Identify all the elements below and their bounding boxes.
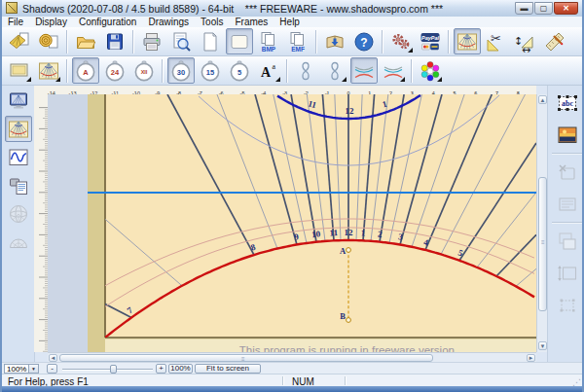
background-dial-button[interactable] bbox=[35, 57, 62, 84]
toolbar-separator bbox=[162, 59, 164, 83]
zoom-slider-thumb[interactable] bbox=[110, 365, 117, 374]
cut-out-dial-button[interactable]: ✂ bbox=[483, 28, 510, 54]
save-button[interactable] bbox=[101, 28, 128, 54]
export-bmp-button[interactable]: BMP bbox=[255, 28, 282, 54]
scroll-left-button[interactable]: ◄ bbox=[49, 354, 57, 362]
hscroll-thumb[interactable]: ≡ bbox=[59, 354, 433, 362]
svg-text:XII: XII bbox=[141, 68, 148, 74]
open-button[interactable] bbox=[72, 28, 99, 54]
frame-properties-button bbox=[553, 190, 582, 219]
zoom-in-button[interactable]: + bbox=[156, 364, 166, 374]
declination-lines-button[interactable] bbox=[350, 57, 378, 84]
chevron-down-icon[interactable]: ▼ bbox=[28, 365, 38, 373]
zoom-select[interactable]: 100%▼ bbox=[4, 364, 39, 374]
new-sundial-button[interactable] bbox=[6, 28, 33, 54]
insert-text-frame-button[interactable]: abc bbox=[553, 89, 582, 118]
ruler-pen-icon bbox=[544, 31, 566, 53]
print-preview-button[interactable] bbox=[167, 28, 195, 54]
style-point-b-label: B bbox=[340, 311, 346, 321]
minimize-button[interactable]: ▬ bbox=[515, 2, 533, 15]
declination-options-button[interactable] bbox=[380, 57, 407, 84]
toolbar-separator bbox=[382, 30, 383, 53]
menu-drawings[interactable]: Drawings bbox=[142, 17, 195, 27]
hour-label: 12 bbox=[345, 228, 354, 237]
menu-display[interactable]: Display bbox=[29, 17, 73, 27]
toolbar-separator bbox=[66, 59, 68, 83]
user-manual-button[interactable] bbox=[321, 28, 348, 54]
frames-panel: abc bbox=[547, 86, 584, 362]
vertical-scrollbar[interactable]: ▲ ≡ ▼ bbox=[536, 94, 547, 352]
dial-page-icon bbox=[9, 31, 30, 53]
export-emf-button[interactable]: EMF bbox=[284, 28, 311, 54]
view-panel bbox=[2, 86, 35, 362]
scroll-down-button[interactable]: ▼ bbox=[538, 341, 547, 350]
new-dial-wizard-button[interactable] bbox=[35, 28, 62, 54]
zoom-100-button[interactable]: 100% bbox=[168, 364, 193, 374]
frame-position-button bbox=[553, 291, 582, 320]
preferences-button[interactable] bbox=[387, 28, 415, 54]
svg-text:24: 24 bbox=[111, 67, 120, 76]
close-button[interactable]: ✕ bbox=[554, 2, 578, 15]
font-button[interactable]: A a bbox=[255, 57, 282, 84]
dropdown-corner-arrow-icon bbox=[26, 77, 31, 82]
view-graphs-button[interactable] bbox=[5, 144, 32, 170]
window-border bbox=[2, 386, 582, 392]
clock-icon: XII bbox=[133, 60, 155, 82]
donate-paypal-button[interactable]: PayPal bbox=[417, 28, 444, 54]
hour-label: 10 bbox=[311, 229, 321, 239]
dropdown-corner-arrow-icon bbox=[342, 77, 347, 82]
dropdown-corner-arrow-icon bbox=[437, 77, 442, 82]
analemma-options-button[interactable] bbox=[321, 57, 348, 84]
hour-style-24-button[interactable]: 24 bbox=[101, 57, 128, 84]
scroll-right-button[interactable]: ► bbox=[527, 354, 535, 362]
print-button[interactable] bbox=[138, 28, 165, 54]
copy-page-button[interactable] bbox=[197, 28, 224, 54]
menu-configuration[interactable]: Configuration bbox=[73, 17, 142, 27]
scroll-up-button[interactable]: ▲ bbox=[538, 95, 547, 104]
dial-dimensions-button[interactable]: ↕ ↔ bbox=[512, 28, 539, 54]
zoom-slider-track[interactable] bbox=[62, 369, 153, 371]
view-screen-button[interactable] bbox=[5, 88, 32, 114]
style-point-a-label: A bbox=[340, 246, 347, 256]
horizontal-scrollbar[interactable]: ◄ ≡ ► bbox=[48, 352, 536, 362]
toolbar-separator bbox=[448, 30, 450, 53]
folder-icon bbox=[75, 31, 96, 53]
hour-style-roman-button[interactable]: XII bbox=[130, 57, 158, 84]
duplicate-frame-button bbox=[553, 227, 582, 256]
view-report-button[interactable] bbox=[5, 172, 32, 198]
analemma-button[interactable] bbox=[292, 57, 319, 84]
view-sphere-button bbox=[5, 200, 32, 227]
freeware-banner-text: This program is running in freeware vers… bbox=[239, 344, 457, 352]
copy-outline-button[interactable] bbox=[226, 28, 253, 54]
svg-text:BMP: BMP bbox=[262, 46, 276, 53]
interval-30-button[interactable]: 30 bbox=[167, 57, 195, 84]
dial-canvas[interactable]: 7891011121234511121ABThis program is run… bbox=[48, 94, 536, 352]
clock-icon: 5 bbox=[229, 60, 250, 82]
insert-image-frame-button[interactable] bbox=[553, 121, 582, 150]
toolbar-main: BMP EMF ? PayPal ✂ ↕ ↔ bbox=[2, 27, 582, 56]
hour-style-arabic-button[interactable]: A bbox=[72, 57, 99, 84]
paypal-icon: PayPal bbox=[420, 31, 441, 53]
menu-tools[interactable]: Tools bbox=[195, 17, 229, 27]
interval-5-button[interactable]: 5 bbox=[226, 57, 253, 84]
style-drawing-button[interactable] bbox=[541, 28, 568, 54]
toolbar-separator bbox=[411, 59, 413, 83]
view-dial-drawing-button[interactable] bbox=[5, 116, 32, 142]
colors-button[interactable] bbox=[417, 57, 444, 84]
menu-frames[interactable]: Frames bbox=[229, 17, 274, 27]
background-color-button[interactable] bbox=[6, 57, 33, 84]
vscroll-thumb[interactable]: ≡ bbox=[538, 177, 547, 311]
toolbar-separator bbox=[132, 30, 134, 53]
hour-label: 12 bbox=[345, 106, 354, 116]
dial-drawing-view-button[interactable] bbox=[454, 28, 481, 54]
interval-15-button[interactable]: 15 bbox=[197, 57, 224, 84]
toolbar-separator bbox=[66, 30, 68, 53]
menu-help[interactable]: Help bbox=[274, 17, 306, 27]
window-title: Shadows (2020-07-08 / 4.5 build 8589) - … bbox=[22, 3, 443, 15]
help-button[interactable]: ? bbox=[350, 28, 378, 54]
zoom-out-button[interactable]: - bbox=[47, 364, 57, 374]
fit-to-screen-button[interactable]: Fit to screen bbox=[195, 364, 261, 374]
maximize-button[interactable]: ▢ bbox=[534, 2, 553, 15]
menu-file[interactable]: File bbox=[2, 17, 29, 27]
svg-text:30: 30 bbox=[177, 67, 185, 76]
